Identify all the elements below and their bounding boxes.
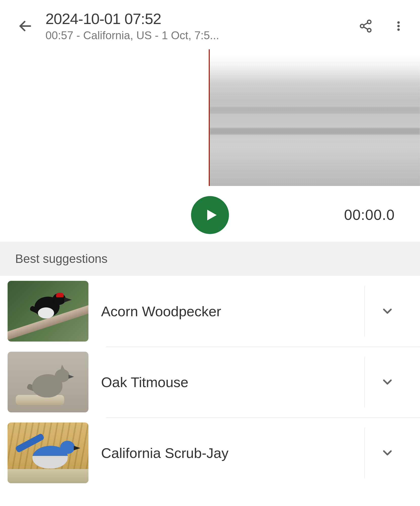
bird-thumbnail <box>8 352 88 412</box>
back-button[interactable] <box>15 16 35 36</box>
expand-button[interactable] <box>364 357 410 407</box>
share-button[interactable] <box>357 17 375 35</box>
svg-point-7 <box>397 25 400 27</box>
suggestion-main: Oak Titmouse <box>101 374 352 390</box>
page-subtitle: 00:57 - California, US - 1 Oct, 7:5... <box>45 29 342 42</box>
playhead[interactable] <box>209 49 210 186</box>
suggestion-row[interactable]: Acorn Woodpecker <box>0 276 420 347</box>
play-button[interactable] <box>191 196 229 234</box>
svg-marker-9 <box>207 210 217 221</box>
header: 2024-10-01 07:52 00:57 - California, US … <box>0 0 420 49</box>
arrow-left-icon <box>18 18 33 34</box>
suggestion-main: California Scrub-Jay <box>101 445 352 461</box>
spectrogram <box>210 54 420 186</box>
header-actions <box>357 17 407 35</box>
svg-point-8 <box>397 28 400 31</box>
spectrogram-area[interactable] <box>0 49 420 196</box>
expand-button[interactable] <box>364 428 410 478</box>
best-suggestions-header: Best suggestions <box>0 242 420 276</box>
expand-button[interactable] <box>364 286 410 336</box>
chevron-down-icon <box>380 304 394 318</box>
bird-thumbnail <box>8 281 88 342</box>
bird-thumbnail <box>8 423 88 483</box>
bird-name: Acorn Woodpecker <box>101 303 221 320</box>
svg-line-5 <box>364 23 368 25</box>
suggestion-row[interactable]: California Scrub-Jay <box>0 417 420 488</box>
chevron-down-icon <box>380 446 394 460</box>
suggestion-main: Acorn Woodpecker <box>101 303 352 320</box>
more-vertical-icon <box>392 19 405 33</box>
suggestion-row[interactable]: Oak Titmouse <box>0 347 420 417</box>
play-icon <box>203 207 219 223</box>
bird-name: California Scrub-Jay <box>101 445 228 461</box>
more-button[interactable] <box>390 17 407 35</box>
svg-point-6 <box>397 21 400 24</box>
suggestion-list: Acorn Woodpecker Oak Titmouse California… <box>0 276 420 488</box>
bird-name: Oak Titmouse <box>101 374 188 390</box>
page-title: 2024-10-01 07:52 <box>45 10 342 28</box>
playback-time: 00:00.0 <box>344 206 395 223</box>
player-controls: 00:00.0 <box>0 196 420 242</box>
header-text: 2024-10-01 07:52 00:57 - California, US … <box>45 10 342 42</box>
share-icon <box>359 19 373 33</box>
chevron-down-icon <box>380 375 394 389</box>
svg-line-4 <box>364 27 368 29</box>
